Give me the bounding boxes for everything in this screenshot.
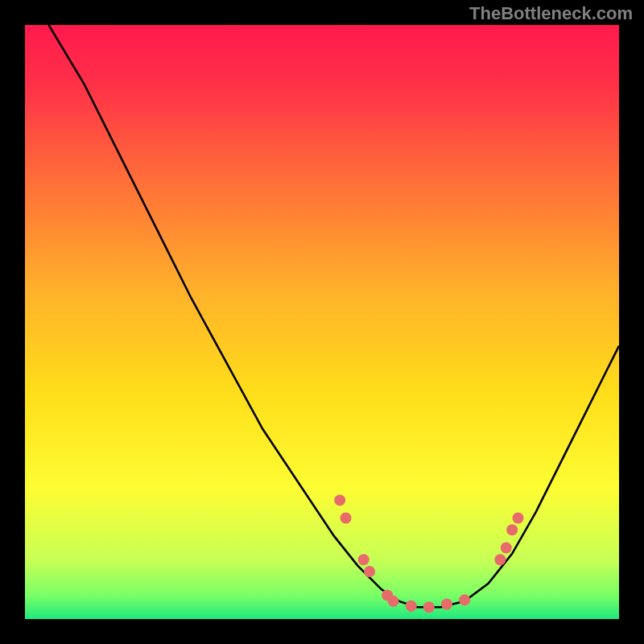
data-marker	[364, 566, 375, 577]
data-marker	[506, 524, 518, 535]
chart-curve-layer	[25, 25, 619, 619]
watermark-text: TheBottleneck.com	[469, 3, 633, 24]
data-marker	[334, 494, 345, 506]
data-marker	[494, 554, 506, 565]
data-marker	[358, 554, 369, 565]
data-marker	[406, 601, 417, 612]
bottleneck-curve	[49, 25, 619, 607]
chart-plot-area	[25, 25, 619, 619]
data-marker	[423, 601, 435, 613]
data-marker	[501, 542, 512, 553]
data-marker	[513, 513, 524, 524]
data-marker	[459, 594, 470, 605]
data-marker	[388, 596, 399, 607]
data-marker	[341, 513, 352, 524]
data-markers	[334, 494, 523, 613]
data-marker	[441, 599, 452, 610]
